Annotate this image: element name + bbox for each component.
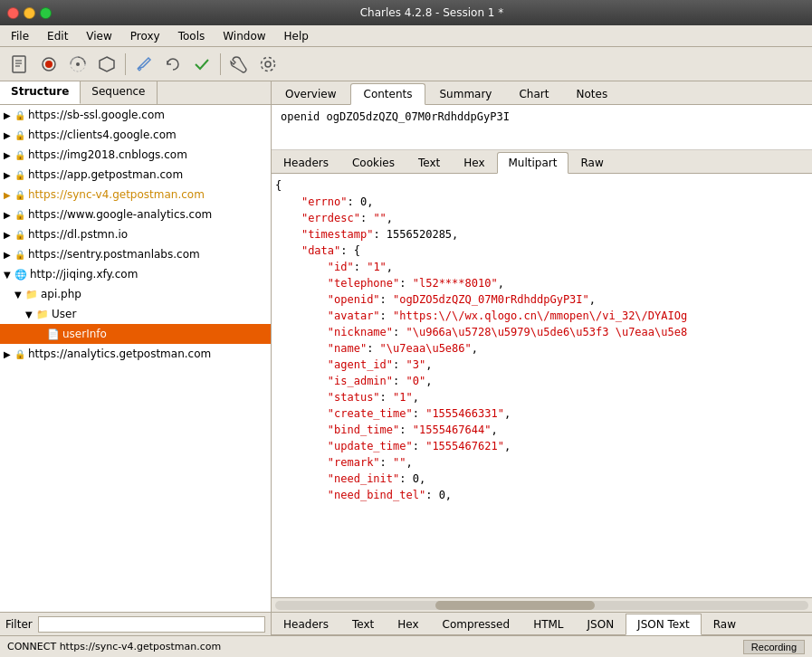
main-layout: Structure Sequence ▶ 🔒 https://sb-ssl.go… — [0, 81, 812, 635]
menu-proxy[interactable]: Proxy — [123, 28, 167, 44]
bottom-tab-text[interactable]: Text — [340, 614, 386, 634]
tree-item-img2018-cnblogs[interactable]: ▶ 🔒 https://img2018.cnblogs.com — [0, 145, 271, 165]
menu-window[interactable]: Window — [215, 28, 272, 44]
tree-item-sentry-postmanlabs[interactable]: ▶ 🔒 https://sentry.postmanlabs.com — [0, 244, 271, 264]
record-button[interactable] — [36, 52, 62, 77]
folder-icon: 📁 — [25, 289, 38, 300]
expand-arrow: ▶ — [4, 170, 14, 180]
tree-item-api-php[interactable]: ▼ 📁 api.php — [0, 284, 271, 304]
bottom-tab-compressed[interactable]: Compressed — [431, 614, 522, 634]
lock-icon: 🔒 — [14, 230, 25, 240]
tree-label: https://www.google-analytics.com — [28, 208, 212, 221]
tree-label: https://sentry.postmanlabs.com — [28, 248, 200, 261]
pen-button[interactable] — [131, 52, 157, 77]
scrollbar-thumb[interactable] — [435, 601, 596, 610]
tab-summary[interactable]: Summary — [425, 83, 505, 104]
tree-item-user-folder[interactable]: ▼ 📁 User — [0, 304, 271, 324]
settings-button[interactable] — [255, 52, 281, 77]
tree-label: https://sync-v4.getpostman.com — [28, 188, 205, 201]
tree-label: https://analytics.getpostman.com — [28, 348, 211, 360]
horizontal-scrollbar[interactable] — [272, 597, 812, 612]
expand-arrow: ▶ — [4, 230, 14, 240]
toolbar-separator-2 — [220, 53, 221, 75]
menu-help[interactable]: Help — [277, 28, 316, 44]
settings-icon — [258, 54, 278, 74]
tree-label: userInfo — [62, 328, 107, 340]
refresh-icon — [163, 54, 183, 74]
lock-icon: 🔒 — [14, 250, 25, 260]
tree-label: https://img2018.cnblogs.com — [28, 148, 187, 161]
tree-item-clients4-google[interactable]: ▶ 🔒 https://clients4.google.com — [0, 125, 271, 145]
sub-tab-cookies[interactable]: Cookies — [340, 152, 406, 173]
expand-arrow: ▶ — [4, 130, 14, 140]
tree-item-app-getpostman[interactable]: ▶ 🔒 https://app.getpostman.com — [0, 165, 271, 185]
sub-tab-raw[interactable]: Raw — [568, 152, 615, 173]
tree-item-jiqing-xfy[interactable]: ▼ 🌐 http://jiqing.xfy.com — [0, 264, 271, 284]
connect-status: CONNECT https://sync-v4.getpostman.com — [7, 641, 221, 652]
sub-tab-headers[interactable]: Headers — [272, 152, 340, 173]
globe-icon: 🌐 — [14, 269, 27, 281]
tree-label: https://dl.pstmn.io — [28, 228, 128, 241]
top-tabs: Overview Contents Summary Chart Notes — [272, 81, 812, 105]
filter-input[interactable] — [38, 616, 265, 633]
tree-label: http://jiqing.xfy.com — [30, 268, 138, 281]
bottom-tab-html[interactable]: HTML — [521, 614, 575, 634]
tools-icon — [229, 54, 249, 74]
menu-view[interactable]: View — [79, 28, 119, 44]
tab-notes[interactable]: Notes — [562, 83, 621, 104]
bottom-tab-json-text[interactable]: JSON Text — [626, 614, 702, 635]
expand-arrow: ▶ — [4, 210, 14, 220]
lock-icon: 🔒 — [14, 130, 25, 140]
menu-file[interactable]: File — [4, 28, 36, 44]
throttle-button[interactable] — [65, 52, 91, 77]
breakpoints-button[interactable] — [94, 52, 119, 77]
tab-contents[interactable]: Contents — [350, 83, 426, 105]
tab-sequence[interactable]: Sequence — [81, 81, 157, 104]
content-area: { "errno": 0, "errdesc": "", "timestamp"… — [272, 174, 812, 597]
tree-item-sync-v4-getpostman[interactable]: ▶ 🔒 https://sync-v4.getpostman.com — [0, 185, 271, 205]
expand-arrow: ▶ — [4, 250, 14, 260]
bottom-tab-hex[interactable]: Hex — [386, 614, 430, 634]
right-panel: Overview Contents Summary Chart Notes op… — [272, 81, 812, 635]
throttle-icon — [68, 54, 88, 74]
sub-tabs: Headers Cookies Text Hex Multipart Raw — [272, 150, 812, 174]
sub-tab-multipart[interactable]: Multipart — [497, 152, 569, 174]
window-title: Charles 4.2.8 - Session 1 * — [59, 6, 805, 19]
tree-item-userinfo[interactable]: 📄 userInfo — [0, 324, 271, 344]
lock-icon: 🔒 — [14, 210, 25, 220]
lock-icon: 🔒 — [14, 110, 25, 120]
bottom-tab-headers[interactable]: Headers — [272, 614, 340, 634]
new-session-button[interactable] — [7, 52, 33, 77]
refresh-button[interactable] — [160, 52, 186, 77]
lock-icon: 🔒 — [14, 349, 25, 359]
tools-button[interactable] — [226, 52, 252, 77]
tree-item-dl-pstmn[interactable]: ▶ 🔒 https://dl.pstmn.io — [0, 224, 271, 244]
tree-label: https://sb-ssl.google.com — [28, 109, 165, 121]
maximize-button[interactable] — [40, 7, 52, 19]
tree-item-sb-ssl-google[interactable]: ▶ 🔒 https://sb-ssl.google.com — [0, 105, 271, 125]
expand-arrow: ▶ — [4, 349, 14, 359]
tree-item-analytics-getpostman[interactable]: ▶ 🔒 https://analytics.getpostman.com — [0, 344, 271, 364]
lock-icon: 🔒 — [14, 190, 25, 200]
check-button[interactable] — [189, 52, 215, 77]
sub-tab-text[interactable]: Text — [406, 152, 452, 173]
minimize-button[interactable] — [24, 7, 35, 19]
close-button[interactable] — [7, 7, 19, 19]
record-icon — [39, 54, 59, 74]
menu-tools[interactable]: Tools — [171, 28, 213, 44]
tab-chart[interactable]: Chart — [505, 83, 562, 104]
window-controls[interactable] — [7, 7, 52, 19]
tab-overview[interactable]: Overview — [272, 83, 350, 104]
filter-label: Filter — [5, 618, 33, 631]
tab-structure[interactable]: Structure — [0, 81, 81, 104]
recording-button[interactable]: Recording — [743, 640, 805, 654]
panel-tabs: Structure Sequence — [0, 81, 271, 105]
status-bar: CONNECT https://sync-v4.getpostman.com R… — [0, 635, 812, 657]
sub-tab-hex[interactable]: Hex — [452, 152, 496, 173]
tree-item-www-google-analytics[interactable]: ▶ 🔒 https://www.google-analytics.com — [0, 205, 271, 224]
bottom-tab-json[interactable]: JSON — [576, 614, 626, 634]
bottom-tab-raw[interactable]: Raw — [702, 614, 748, 634]
menu-edit[interactable]: Edit — [40, 28, 75, 44]
tree-label: https://app.getpostman.com — [28, 168, 183, 181]
pen-icon — [134, 54, 154, 74]
